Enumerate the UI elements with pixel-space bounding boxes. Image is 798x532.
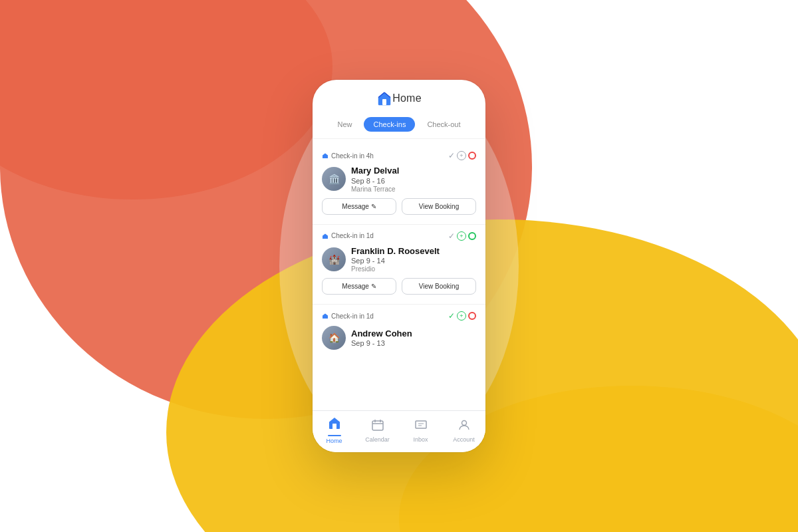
status-dot-red-1 (468, 152, 476, 160)
message-button-1[interactable]: Message ✎ (322, 198, 396, 215)
checkin-label-3: Check-in in 1d (331, 313, 374, 320)
svg-point-1 (0, 0, 332, 200)
home-nav-icon (328, 416, 341, 433)
home-small-icon-3 (322, 313, 329, 319)
booking-card-3: Check-in in 1d ✓ + 🏠 Andrew Cohen Sep 9 … (313, 305, 485, 360)
card-status-icons-2: ✓ + (448, 231, 476, 241)
card-actions-2: Message ✎ View Booking (322, 278, 476, 295)
inbox-nav-label: Inbox (413, 436, 428, 443)
svg-rect-5 (382, 99, 386, 105)
plus-icon-1: + (457, 151, 466, 160)
view-booking-button-1[interactable]: View Booking (402, 198, 476, 215)
tab-checkouts[interactable]: Check-out (418, 117, 469, 132)
home-nav-label: Home (326, 438, 342, 444)
booking-card-1: Check-in in 4h ✓ + 🏛️ Mary Delval Sep 8 … (313, 144, 485, 225)
guest-name-2: Franklin D. Roosevelt (351, 246, 476, 257)
card-actions-1: Message ✎ View Booking (322, 198, 476, 215)
svg-rect-7 (372, 421, 383, 430)
guest-location-1: Marina Terrace (351, 186, 476, 193)
svg-point-11 (462, 420, 466, 425)
account-nav-label: Account (453, 436, 475, 443)
checkin-label-1: Check-in in 4h (331, 152, 374, 160)
app-logo (376, 90, 392, 106)
guest-dates-1: Sep 8 - 16 (351, 177, 476, 185)
guest-row-2: 🏰 Franklin D. Roosevelt Sep 9 - 14 Presi… (322, 246, 476, 273)
page-title: Home (392, 92, 421, 104)
calendar-nav-icon (371, 418, 384, 435)
booking-list: Check-in in 4h ✓ + 🏛️ Mary Delval Sep 8 … (313, 139, 485, 410)
plus-icon-3: + (457, 311, 466, 321)
status-dot-green-2 (468, 232, 476, 240)
plus-icon-2: + (457, 231, 466, 241)
svg-rect-6 (332, 424, 336, 429)
checkin-label-2: Check-in in 1d (331, 232, 374, 239)
check-green-icon-3: ✓ (448, 311, 455, 321)
guest-avatar-2: 🏰 (322, 247, 346, 271)
guest-avatar-1: 🏛️ (322, 167, 346, 191)
inbox-nav-icon (414, 418, 428, 435)
card-status-icons-1: ✓ + (448, 151, 476, 160)
home-nav-underline (328, 435, 341, 436)
tab-checkins[interactable]: Check-ins (364, 117, 415, 132)
phone-header: Home (313, 80, 485, 112)
guest-row-3: 🏠 Andrew Cohen Sep 9 - 13 (322, 326, 476, 350)
home-small-icon-2 (322, 233, 329, 239)
nav-account[interactable]: Account (450, 418, 479, 443)
calendar-nav-label: Calendar (365, 436, 390, 443)
tab-bar: New Check-ins Check-out (313, 112, 485, 139)
message-button-2[interactable]: Message ✎ (322, 278, 396, 295)
guest-name-1: Mary Delval (351, 166, 476, 176)
account-nav-icon (458, 418, 471, 435)
booking-card-2: Check-in in 1d ✓ + 🏰 Franklin D. Rooseve… (313, 225, 485, 305)
guest-row-1: 🏛️ Mary Delval Sep 8 - 16 Marina Terrace (322, 166, 476, 193)
guest-dates-3: Sep 9 - 13 (351, 339, 476, 347)
card-header-2: Check-in in 1d ✓ + (322, 231, 476, 241)
guest-location-2: Presidio (351, 265, 476, 273)
bottom-nav: Home Calendar Inbox (313, 410, 485, 452)
view-booking-button-2[interactable]: View Booking (402, 278, 476, 295)
status-dot-red-3 (468, 312, 476, 320)
nav-home[interactable]: Home (320, 416, 349, 444)
card-status-icons-3: ✓ + (448, 311, 476, 321)
guest-avatar-3: 🏠 (322, 326, 346, 350)
check-icon-2: ✓ (448, 231, 455, 241)
guest-name-3: Andrew Cohen (351, 329, 476, 339)
card-header-1: Check-in in 4h ✓ + (322, 151, 476, 160)
guest-dates-2: Sep 9 - 14 (351, 257, 476, 265)
check-icon-1: ✓ (448, 151, 455, 160)
home-small-icon-1 (322, 152, 329, 159)
nav-calendar[interactable]: Calendar (363, 418, 392, 443)
card-header-3: Check-in in 1d ✓ + (322, 311, 476, 321)
tab-new[interactable]: New (328, 117, 361, 132)
phone-container: Home New Check-ins Check-out Check-in in… (313, 80, 485, 452)
nav-inbox[interactable]: Inbox (406, 418, 436, 443)
